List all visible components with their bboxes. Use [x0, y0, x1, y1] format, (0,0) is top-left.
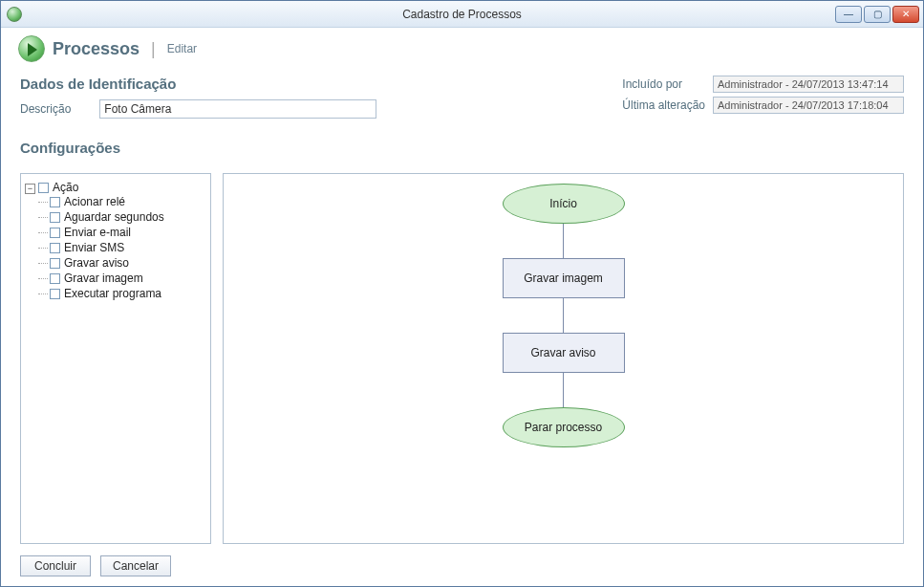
tree-root-item[interactable]: −Ação Acionar relé Aguardar segundos Env… — [25, 180, 206, 302]
window-controls: — ▢ ✕ — [835, 6, 923, 23]
tree-item-label: Gravar aviso — [64, 256, 129, 270]
identification-right: Incluído por Administrador - 24/07/2013 … — [622, 76, 904, 114]
checkbox-icon[interactable] — [50, 289, 60, 299]
last-change-value: Administrador - 24/07/2013 17:18:04 — [713, 97, 904, 114]
cancel-button[interactable]: Cancelar — [100, 555, 171, 576]
titlebar[interactable]: Cadastro de Processos — ▢ ✕ — [1, 1, 923, 28]
checkbox-icon[interactable] — [50, 258, 60, 269]
flow-canvas[interactable]: Início Gravar imagem Gravar aviso Parar … — [223, 173, 904, 544]
tree-root-label: Ação — [53, 181, 78, 194]
checkbox-icon[interactable] — [50, 197, 60, 207]
flow-step-node[interactable]: Gravar aviso — [503, 333, 625, 373]
tree-item[interactable]: Enviar SMS — [38, 240, 206, 255]
button-label: Concluir — [34, 559, 76, 573]
included-by-value: Administrador - 24/07/2013 13:47:14 — [713, 76, 904, 93]
config-title: Configurações — [20, 140, 904, 156]
tree-item[interactable]: Acionar relé — [38, 194, 206, 209]
identification-title: Dados de Identificação — [20, 76, 376, 92]
checkbox-icon[interactable] — [50, 273, 60, 284]
tree-item-label: Aguardar segundos — [64, 210, 164, 224]
checkbox-icon[interactable] — [50, 243, 60, 253]
tree-item-label: Enviar e-mail — [64, 226, 131, 239]
footer: Concluir Cancelar — [1, 550, 923, 586]
tree-item[interactable]: Executar programa — [38, 286, 206, 301]
flow-node-label: Gravar aviso — [530, 346, 595, 359]
button-label: Cancelar — [113, 559, 159, 573]
config-area: −Ação Acionar relé Aguardar segundos Env… — [20, 173, 904, 544]
close-button[interactable]: ✕ — [892, 6, 919, 23]
tree-item-label: Gravar imagem — [64, 272, 143, 285]
tree-item[interactable]: Gravar imagem — [38, 271, 206, 286]
page-header: Processos | Editar — [1, 28, 923, 64]
last-change-label: Última alteração — [622, 98, 705, 112]
checkbox-icon[interactable] — [50, 212, 60, 223]
flow-diagram: Início Gravar imagem Gravar aviso Parar … — [224, 184, 903, 447]
flow-connector — [563, 298, 564, 333]
included-by-label: Incluído por — [622, 77, 705, 91]
page-title: Processos — [53, 39, 140, 59]
tree-item-label: Enviar SMS — [64, 241, 124, 254]
title-separator: | — [151, 39, 156, 59]
maximize-button[interactable]: ▢ — [864, 6, 891, 23]
app-window: Cadastro de Processos — ▢ ✕ Processos | … — [0, 0, 924, 587]
collapse-icon[interactable]: − — [25, 184, 35, 194]
flow-start-node[interactable]: Início — [503, 184, 625, 224]
flow-node-label: Parar processo — [525, 421, 602, 434]
flow-node-label: Início — [549, 197, 577, 210]
flow-connector — [563, 224, 564, 258]
flow-step-node[interactable]: Gravar imagem — [503, 258, 625, 298]
description-input[interactable] — [99, 99, 376, 119]
minimize-button[interactable]: — — [835, 6, 862, 23]
action-tree-panel: −Ação Acionar relé Aguardar segundos Env… — [20, 173, 211, 544]
play-icon — [18, 35, 45, 62]
identification-left: Dados de Identificação Descrição — [20, 76, 376, 119]
tree-item[interactable]: Gravar aviso — [38, 255, 206, 271]
checkbox-icon[interactable] — [50, 228, 60, 238]
window-title: Cadastro de Processos — [1, 8, 923, 21]
flow-connector — [563, 373, 564, 407]
tree-item[interactable]: Enviar e-mail — [38, 225, 206, 240]
content-area: Dados de Identificação Descrição Incluíd… — [1, 64, 923, 550]
tree-item[interactable]: Aguardar segundos — [38, 209, 206, 225]
ok-button[interactable]: Concluir — [20, 555, 91, 576]
page-subtitle: Editar — [167, 42, 197, 55]
tree-item-label: Acionar relé — [64, 195, 125, 208]
identification-section: Dados de Identificação Descrição Incluíd… — [20, 76, 904, 119]
flow-end-node[interactable]: Parar processo — [503, 407, 625, 447]
checkbox-icon[interactable] — [38, 183, 49, 193]
app-icon — [7, 7, 22, 22]
tree-item-label: Executar programa — [64, 287, 161, 300]
description-label: Descrição — [20, 102, 71, 116]
flow-node-label: Gravar imagem — [524, 272, 603, 285]
